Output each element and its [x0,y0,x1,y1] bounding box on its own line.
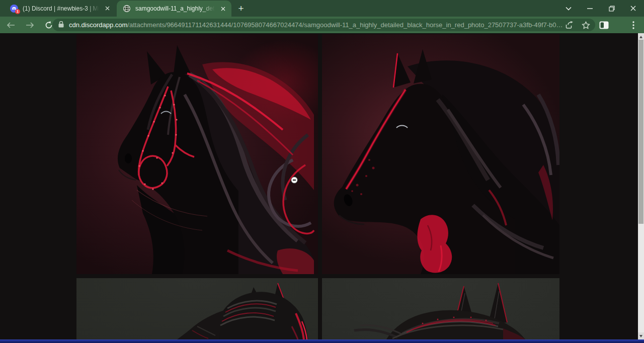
tab-close-icon[interactable] [103,4,112,13]
page-content [0,33,644,339]
toolbar: cdn.discordapp.com/attachments/966491171… [0,17,644,34]
browser-menu-icon[interactable] [626,18,640,32]
url-text: cdn.discordapp.com/attachments/966491171… [69,21,563,29]
tab-title: samgoodwill-11_a_highly_detaile [135,5,217,12]
close-window-button[interactable] [622,0,644,17]
horse-image-bottom-right[interactable] [322,278,559,339]
tab-title: (1) Discord | #newbies-3 | Midjou [23,5,102,12]
horse-image-bottom-left[interactable] [76,278,318,339]
taskbar-edge [0,339,644,343]
unread-badge: 1 [15,9,20,14]
share-icon[interactable] [563,19,576,32]
horse-image-grid [76,34,559,339]
minimize-button[interactable] [579,0,601,17]
back-button[interactable] [4,18,18,32]
tab-close-icon[interactable] [218,4,227,13]
scrollbar-thumb[interactable] [638,40,643,224]
page-scrollbar[interactable] [638,33,644,339]
horse-image-top-right[interactable] [322,34,559,274]
globe-favicon-icon [123,5,131,13]
new-tab-button[interactable]: + [234,2,248,15]
discord-favicon-icon: 1 [10,5,18,13]
zoom-out-cursor-icon [291,177,298,184]
tab-search-chevron-icon[interactable] [557,0,579,17]
window-controls [557,0,644,17]
forward-button[interactable] [23,18,37,32]
tab-discord[interactable]: 1 (1) Discord | #newbies-3 | Midjou [4,0,116,17]
address-bar[interactable]: cdn.discordapp.com/attachments/966491171… [52,19,595,31]
lock-icon[interactable] [58,21,64,30]
tab-strip: 1 (1) Discord | #newbies-3 | Midjou samg… [0,0,644,17]
restore-button[interactable] [601,0,622,17]
scroll-up-arrow-icon[interactable] [638,33,644,40]
tab-image-viewer[interactable]: samgoodwill-11_a_highly_detaile [117,1,231,17]
side-panel-icon[interactable] [597,18,611,32]
scroll-down-arrow-icon[interactable] [638,332,644,339]
url-domain: cdn.discordapp.com [69,21,127,29]
bookmark-star-icon[interactable] [579,19,592,32]
horse-image-top-left[interactable] [76,34,318,274]
url-path: /attachments/966491171142631444/10769580… [127,21,562,29]
